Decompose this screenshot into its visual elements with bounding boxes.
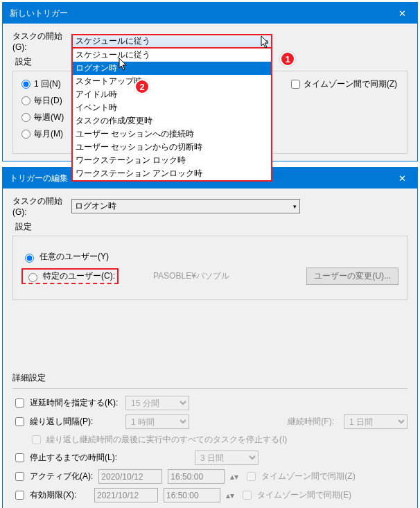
activate-date[interactable] [98,469,162,484]
radio-any-user[interactable]: 任意のユーザー(Y) [21,251,119,263]
dropdown-item[interactable]: アイドル時 [73,88,271,101]
task-begin-label: タスクの開始(G): [12,195,71,217]
task-begin-combo[interactable]: スケジュールに従う ▾ [71,34,272,49]
task-begin-dropdown[interactable]: スケジュールに従う ログオン時 スタートアップ時 アイドル時 イベント時 タスク… [71,49,272,182]
dialog-title: 新しいトリガー [10,8,68,19]
dropdown-item[interactable]: ワークステーション アンロック時 [73,167,271,180]
close-icon[interactable]: ✕ [388,3,416,23]
advanced-settings-label: 詳細設定 [12,372,408,384]
new-trigger-dialog: 新しいトリガー ✕ タスクの開始(G): スケジュールに従う ▾ スケジュールに… [2,2,418,161]
activate-check[interactable]: アクティブ化(A): [12,470,93,483]
stop-after-select[interactable]: 3 日間 [195,450,259,465]
duration-label: 継続時間(F): [288,416,334,428]
dropdown-item[interactable]: イベント時 [73,101,271,114]
tz-sync-z-check: タイムゾーン間で同期(Z) [244,470,355,483]
dropdown-item[interactable]: ユーザー セッションへの接続時 [73,128,271,141]
dropdown-item[interactable]: ユーザー セッションからの切断時 [73,141,271,154]
stop-after-check[interactable]: 停止するまでの時間(L): [12,451,134,464]
titlebar: 新しいトリガー ✕ [3,3,417,24]
expire-date[interactable] [94,488,158,502]
task-begin-label: タスクの開始(G): [12,30,71,52]
dropdown-item[interactable]: スタートアップ時 [73,75,271,88]
expire-time[interactable] [164,488,220,502]
timezone-sync-check[interactable]: タイムゾーン間で同期(Z) [291,78,397,90]
settings-label: 設定 [15,221,408,233]
annotation-badge-2: 2 [134,79,150,94]
tz-sync-e-check: タイムゾーン間で同期(E) [240,489,351,502]
dialog-title: トリガーの編集 [10,173,68,184]
radio-specific-user[interactable]: 特定のユーザー(C): [21,268,119,284]
dropdown-item[interactable]: タスクの作成/変更時 [73,114,271,128]
duration-select[interactable]: 1 日間 [344,414,408,429]
username-value: PASOBLE¥パソブル [125,270,299,282]
stop-all-check[interactable]: 繰り返し継続時間の最後に実行中のすべてのタスクを停止する(I) [29,433,287,446]
expire-check[interactable]: 有効期限(X): [12,489,89,502]
activate-time[interactable] [168,469,225,484]
dropdown-item[interactable]: ワークステーション ロック時 [73,154,271,167]
repeat-check[interactable]: 繰り返し間隔(P): [12,415,120,428]
change-user-button[interactable]: ユーザーの変更(U)... [306,268,399,285]
annotation-badge-1: 1 [280,51,295,67]
delay-check[interactable]: 遅延時間を指定する(K): [12,396,120,410]
cursor-icon [261,35,272,51]
delay-select[interactable]: 15 分間 [125,396,189,410]
cursor-icon [119,58,130,73]
edit-trigger-dialog: トリガーの編集 ✕ タスクの開始(G): ログオン時 ▾ 設定 任意のユーザー(… [2,167,418,508]
dropdown-item-logon[interactable]: ログオン時 [73,62,271,75]
task-begin-combo[interactable]: ログオン時 ▾ [71,199,300,213]
dropdown-item[interactable]: スケジュールに従う [73,49,271,62]
close-icon[interactable]: ✕ [388,168,416,188]
repeat-select[interactable]: 1 時間 [125,414,189,429]
chevron-down-icon: ▾ [293,203,297,210]
